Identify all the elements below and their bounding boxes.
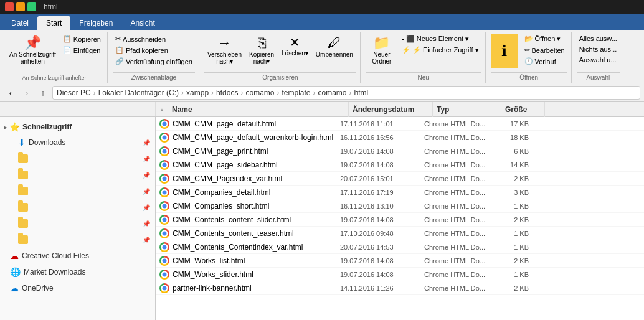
ribbon-btn-loeschen[interactable]: ✕ Löschen▾ xyxy=(278,34,311,59)
ribbon-btn-verschieben[interactable]: → Verschiebennach▾ xyxy=(204,34,245,67)
window-controls[interactable] xyxy=(5,2,36,11)
file-size-cell: 2 KB xyxy=(489,257,533,265)
sidebar-item-market-downloads[interactable]: 🌐 Market Downloads xyxy=(0,264,155,280)
col-header-size[interactable]: Größe xyxy=(501,102,545,117)
sidebar: ▸ ⭐ Schnellzugriff ⬇ Downloads 📌 📌 📌 xyxy=(0,117,156,320)
sort-arrow[interactable]: ▲ xyxy=(156,107,168,113)
table-row[interactable]: CMM_Contents_Contentindex_var.html 20.07… xyxy=(156,240,644,254)
tab-freigeben[interactable]: Freigeben xyxy=(70,16,121,30)
file-date-cell: 19.07.2016 14:08 xyxy=(336,271,420,278)
ribbon-btn-einfuegen[interactable]: 📄 Einfügen xyxy=(60,45,103,55)
chrome-icon xyxy=(159,242,169,252)
breadcrumb-comamo[interactable]: comamo xyxy=(245,88,274,97)
auswahl-col: Alles ausw... Nichts aus... Auswahl u... xyxy=(577,34,620,65)
sidebar-item-folder5[interactable]: 📌 xyxy=(0,215,155,232)
table-row[interactable]: CMM_Works_slider.html 19.07.2016 14:08 C… xyxy=(156,268,644,281)
breadcrumb-htdocs[interactable]: htdocs xyxy=(216,88,238,97)
table-row[interactable]: CMM_CMM_page_sidebar.html 19.07.2016 14:… xyxy=(156,158,644,172)
sidebar-item-folder2[interactable]: 📌 xyxy=(0,167,155,183)
onedrive-icon: ☁ xyxy=(10,283,19,293)
ribbon-btn-bearbeiten[interactable]: ✏ Bearbeiten xyxy=(522,45,567,55)
window-title: html xyxy=(44,2,58,11)
table-row[interactable]: CMM_Contents_content_slider.html 19.07.2… xyxy=(156,213,644,227)
sidebar-item-creative-cloud[interactable]: ☁ Creative Cloud Files xyxy=(0,248,155,264)
file-date-cell: 17.10.2016 09:48 xyxy=(336,230,420,237)
table-row[interactable]: CMM_CMM_page_print.html 19.07.2016 14:08… xyxy=(156,144,644,158)
breadcrumb-comamo2[interactable]: comamo xyxy=(318,88,347,97)
ribbon-btn-kopieren[interactable]: 📋 Kopieren xyxy=(60,34,103,44)
file-name-cell: CMM_Works_slider.html xyxy=(156,270,336,280)
ribbon-btn-einfacher-zugriff[interactable]: ⚡ ⚡ Einfacher Zugriff ▾ xyxy=(399,45,481,55)
neu-col: ▪ ⬛ Neues Element ▾ ⚡ ⚡ Einfacher Zugrif… xyxy=(399,34,481,55)
sidebar-item-onedrive[interactable]: ☁ OneDrive xyxy=(0,280,155,296)
close-button[interactable] xyxy=(5,2,14,11)
chrome-icon xyxy=(159,270,169,280)
file-type-cell: Chrome HTML Do... xyxy=(420,148,489,155)
breadcrumb-xampp[interactable]: xampp xyxy=(186,88,209,97)
minimize-button[interactable] xyxy=(16,2,25,11)
copy-icon: 📋 xyxy=(63,35,72,43)
breadcrumb[interactable]: Dieser PC › Lokaler Datenträger (C:) › x… xyxy=(52,86,640,100)
table-row[interactable]: CMM_Companies_detail.html 17.11.2016 17:… xyxy=(156,186,644,199)
sidebar-header-spacer xyxy=(0,102,156,116)
ribbon-tabs: Datei Start Freigeben Ansicht xyxy=(0,14,644,30)
main-content: ▸ ⭐ Schnellzugriff ⬇ Downloads 📌 📌 📌 xyxy=(0,117,644,320)
ribbon-col-copy-paste: 📋 Kopieren 📄 Einfügen xyxy=(60,34,103,55)
ribbon-btn-verknuepfung[interactable]: 🔗 Verknüpfung einfügen xyxy=(113,56,195,67)
sidebar-group-schnellzugriff[interactable]: ▸ ⭐ Schnellzugriff xyxy=(0,120,155,134)
table-row[interactable]: CMM_Contents_content_teaser.html 17.10.2… xyxy=(156,227,644,240)
tab-ansicht[interactable]: Ansicht xyxy=(121,16,163,30)
ribbon-btn-umbenennen[interactable]: 🖊 Umbenennen xyxy=(313,34,356,60)
col-header-name[interactable]: Name xyxy=(168,102,349,117)
table-row[interactable]: CMM_CMM_Pageindex_var.html 20.07.2016 15… xyxy=(156,172,644,186)
col-header-type[interactable]: Typ xyxy=(433,102,501,117)
ribbon-btn-ausschneiden[interactable]: ✂ Ausschneiden xyxy=(113,34,195,44)
chrome-icon xyxy=(159,283,169,293)
eigenschaften-btn[interactable]: ℹ xyxy=(491,34,518,68)
table-row[interactable]: CMM_CMM_page_default_warenkorb-login.htm… xyxy=(156,131,644,144)
col-headers-row: ▲ Name Änderungsdatum Typ Größe xyxy=(156,102,545,117)
pin-icon-6: 📌 xyxy=(143,237,150,243)
file-list: CMM_CMM_page_default.html 17.11.2016 11:… xyxy=(156,117,644,320)
downloads-icon: ⬇ xyxy=(18,138,26,148)
sidebar-item-folder6[interactable]: 📌 xyxy=(0,232,155,248)
ribbon-group-auswahl: Alles ausw... Nichts aus... Auswahl u...… xyxy=(573,32,623,83)
ribbon-btn-anheften[interactable]: 📌 An Schnellzugriffanheften xyxy=(6,34,59,67)
group-label-zwischenablage: Zwischenablage xyxy=(113,72,195,83)
ribbon-btn-pfad-kopieren[interactable]: 📋 Pfad kopieren xyxy=(113,45,195,55)
ribbon-btn-verlauf[interactable]: 🕐 Verlauf xyxy=(522,56,567,67)
breadcrumb-html[interactable]: html xyxy=(354,88,369,97)
ribbon-btn-neuer-ordner[interactable]: 📁 NeuerOrdner xyxy=(366,34,398,67)
sidebar-item-folder3[interactable]: 📌 xyxy=(0,183,155,199)
breadcrumb-template[interactable]: template xyxy=(282,88,310,97)
ribbon-btn-auswahl-u[interactable]: Auswahl u... xyxy=(577,55,620,65)
rename-icon: 🖊 xyxy=(328,36,341,50)
back-button[interactable]: ‹ xyxy=(4,86,17,100)
ribbon-btn-oeffnen[interactable]: 📂 Öffnen ▾ xyxy=(522,34,567,44)
sidebar-item-folder4[interactable]: 📌 xyxy=(0,199,155,215)
table-row[interactable]: CMM_Companies_short.html 16.11.2016 13:1… xyxy=(156,199,644,213)
ribbon-btn-neues-element[interactable]: ▪ ⬛ Neues Element ▾ xyxy=(399,34,481,44)
up-button[interactable]: ↑ xyxy=(36,86,50,100)
ribbon-btn-alles-ausw[interactable]: Alles ausw... xyxy=(577,34,620,44)
ribbon: 📌 An Schnellzugriffanheften 📋 Kopieren 📄… xyxy=(0,30,644,83)
breadcrumb-laufwerk[interactable]: Lokaler Datenträger (C:) xyxy=(98,88,179,97)
tab-datei[interactable]: Datei xyxy=(2,16,37,30)
ribbon-btn-nichts-ausw[interactable]: Nichts aus... xyxy=(577,44,620,54)
sidebar-item-folder1[interactable]: 📌 xyxy=(0,151,155,167)
forward-button[interactable]: › xyxy=(20,86,34,100)
breadcrumb-dieser-pc[interactable]: Dieser PC xyxy=(57,88,91,97)
tab-start[interactable]: Start xyxy=(37,16,70,30)
sidebar-item-downloads[interactable]: ⬇ Downloads 📌 xyxy=(0,134,155,151)
table-row[interactable]: CMM_CMM_page_default.html 17.11.2016 11:… xyxy=(156,117,644,131)
col-header-date[interactable]: Änderungsdatum xyxy=(349,102,433,117)
ribbon-btn-kopieren-nach[interactable]: ⎘ Kopierennach▾ xyxy=(246,34,277,67)
creative-cloud-label: Creative Cloud Files xyxy=(22,252,150,260)
group-label-neu: Neu xyxy=(366,72,481,83)
maximize-button[interactable] xyxy=(27,2,36,11)
pin-icon: 📌 xyxy=(24,36,41,50)
file-size-cell: 1 KB xyxy=(489,243,533,251)
table-row[interactable]: partner-link-banner.html 14.11.2016 11:2… xyxy=(156,281,644,295)
table-row[interactable]: CMM_Works_list.html 19.07.2016 14:08 Chr… xyxy=(156,254,644,268)
file-date-cell: 19.07.2016 14:08 xyxy=(336,148,420,155)
